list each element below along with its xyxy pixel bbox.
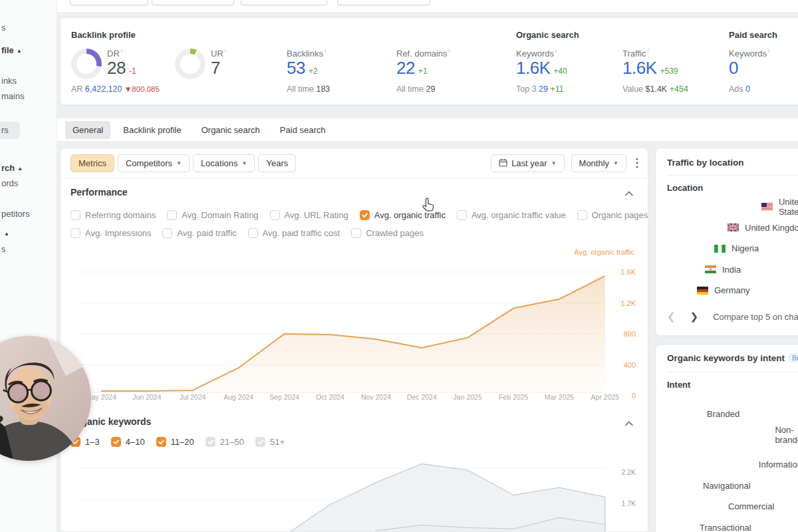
filter-monthly[interactable]: Monthly▼ — [571, 154, 626, 172]
sidebar-item[interactable]: ▲ — [0, 227, 57, 240]
ahrefs-dashboard: sfile▲inksmainsrsrch▲ordspetitors▲s Back… — [0, 0, 798, 532]
organic-keywords-area-chart[interactable]: 2.2K1.7K — [66, 451, 642, 531]
sidebar-item[interactable]: rch▲ — [0, 162, 57, 175]
location-row-gb[interactable]: United Kingdom — [656, 217, 798, 239]
checkbox-checked[interactable] — [360, 210, 370, 220]
organic-traffic-area-chart[interactable]: 1.6K1.2K8004000May 2024Jun 2024Jul 2024A… — [66, 245, 642, 406]
metric-toggle-avg-impressions[interactable]: Avg. Impressions — [70, 228, 151, 238]
checkbox-unchecked[interactable] — [70, 210, 80, 220]
info-icon[interactable]: i — [325, 47, 326, 54]
info-icon[interactable]: i — [555, 47, 557, 54]
filter-locations[interactable]: Locations▼ — [193, 154, 255, 172]
intent-row-navigational[interactable]: Navigational — [656, 475, 798, 497]
metric-toggle-avg-organic-traffic[interactable]: Avg. organic traffic — [360, 210, 446, 220]
metric-toggle-referring-domains[interactable]: Referring domains — [70, 210, 156, 220]
info-icon[interactable]: i — [449, 47, 450, 54]
intent-row-non-branded[interactable]: Non-branded — [656, 425, 798, 446]
sidebar-item[interactable]: mains — [0, 90, 57, 103]
filter-years[interactable]: Years — [258, 154, 296, 172]
metric-toggle-avg-organic-traffic-value[interactable]: Avg. organic traffic value — [457, 210, 566, 220]
checkbox-unchecked[interactable] — [167, 210, 177, 220]
metric-toggle-4-10[interactable]: 4–10 — [111, 437, 145, 447]
filter-metrics[interactable]: Metrics — [70, 154, 114, 172]
checkbox-unchecked[interactable] — [248, 228, 258, 238]
svg-text:1.7K: 1.7K — [621, 499, 636, 507]
filter-competitors[interactable]: Competitors▼ — [118, 154, 190, 172]
intent-column-header: Intent — [667, 380, 690, 390]
checkbox-checked[interactable] — [156, 437, 166, 447]
location-name: United Kingdom — [745, 223, 798, 233]
flag-icon-ng — [714, 245, 726, 253]
metric-toggle-crawled-pages[interactable]: Crawled pages — [351, 228, 424, 238]
svg-text:800: 800 — [624, 330, 636, 338]
checkbox-unchecked[interactable] — [457, 210, 467, 220]
sidebar-item[interactable]: rs — [0, 124, 57, 137]
info-icon[interactable]: i — [121, 47, 122, 54]
info-icon[interactable]: i — [647, 47, 648, 54]
metric-toggle-21-50[interactable]: 21–50 — [205, 437, 244, 447]
ur-label: URi — [211, 47, 226, 59]
organic-keywords-collapse-icon[interactable] — [624, 418, 634, 430]
checkbox-unchecked[interactable] — [577, 210, 587, 220]
info-icon[interactable]: i — [225, 47, 226, 54]
tab-general[interactable]: General — [65, 121, 110, 139]
metric-toggle-51-[interactable]: 51+ — [255, 437, 285, 447]
sidebar-item[interactable]: file▲ — [0, 44, 57, 57]
flag-icon-gb — [728, 223, 739, 231]
paid-keywords-value[interactable]: 0 — [729, 58, 738, 78]
svg-text:Sep 2024: Sep 2024 — [269, 393, 299, 401]
location-row-in[interactable]: India — [656, 259, 798, 281]
tab-backlink-profile[interactable]: Backlink profile — [116, 121, 188, 139]
metric-toggle-avg-url-rating[interactable]: Avg. URL Rating — [270, 210, 348, 220]
sidebar-item[interactable]: s — [0, 243, 57, 256]
performance-collapse-icon[interactable] — [624, 188, 634, 200]
checkbox-unchecked[interactable] — [162, 228, 172, 238]
checkbox-unchecked[interactable] — [351, 228, 361, 238]
location-name: United States — [779, 197, 798, 217]
sidebar-item[interactable]: inks — [0, 74, 57, 88]
checkbox-checked[interactable] — [205, 437, 215, 447]
organic-keywords-value[interactable]: 1.6K+40 — [516, 58, 567, 78]
metric-toggle-avg-domain-rating[interactable]: Avg. Domain Rating — [167, 210, 258, 220]
ur-value: 7 — [211, 58, 220, 78]
tab-organic-search[interactable]: Organic search — [194, 121, 267, 139]
intent-row-informational[interactable]: Informational — [656, 454, 798, 475]
metric-toggle-avg-paid-traffic[interactable]: Avg. paid traffic — [162, 228, 236, 238]
metric-toggle-avg-paid-traffic-cost[interactable]: Avg. paid traffic cost — [248, 228, 340, 238]
toolbar-dropdown-stub[interactable] — [241, 0, 327, 5]
tab-paid-search[interactable]: Paid search — [273, 121, 333, 139]
intent-row-branded[interactable]: Branded — [656, 404, 798, 425]
location-row-ng[interactable]: Nigeria — [656, 238, 798, 259]
ar-value-link[interactable]: 6,422,120 — [85, 84, 122, 94]
organic-traffic-value[interactable]: 1.6K+539 — [622, 58, 678, 78]
metric-toggle-organic-pages[interactable]: Organic pages — [577, 210, 648, 220]
checkbox-unchecked[interactable] — [270, 210, 280, 220]
info-icon[interactable]: i — [768, 47, 769, 54]
location-row-us[interactable]: United States — [656, 196, 798, 217]
sidebar-item[interactable]: ords — [0, 177, 57, 190]
checkbox-checked[interactable] — [255, 437, 265, 447]
ref-domains-value[interactable]: 22+1 — [396, 58, 428, 78]
organic-keywords-top3: Top 3 29 +11 — [516, 84, 564, 94]
page-next-icon[interactable]: ❯ — [690, 311, 699, 323]
filter-last-year[interactable]: Last year▼ — [491, 154, 564, 172]
kebab-menu-icon[interactable] — [632, 157, 642, 169]
checkbox-unchecked[interactable] — [70, 228, 80, 238]
traffic-by-location-title: Traffic by location — [667, 158, 744, 168]
flag-icon-in — [705, 265, 716, 273]
location-row-de[interactable]: Germany — [656, 280, 798, 301]
toolbar-dropdown-stub[interactable] — [337, 0, 430, 5]
svg-text:Feb 2025: Feb 2025 — [499, 393, 529, 401]
intent-row-transactional[interactable]: Transactional — [656, 517, 798, 532]
ref-domains-label: Ref. domainsi — [396, 47, 450, 59]
toolbar-dropdown-stub[interactable] — [152, 0, 234, 5]
backlinks-value[interactable]: 53+2 — [287, 58, 318, 78]
sidebar-item[interactable]: petitors — [0, 207, 57, 221]
checkbox-checked[interactable] — [111, 437, 121, 447]
metric-toggle-11-20[interactable]: 11–20 — [156, 437, 194, 447]
sidebar-item[interactable]: s — [0, 21, 57, 35]
page-prev-icon[interactable]: ❮ — [667, 311, 676, 323]
intent-row-commercial[interactable]: Commercial — [656, 496, 798, 517]
toolbar-dropdown-stub[interactable] — [70, 0, 148, 5]
compare-top5-link[interactable]: Compare top 5 on chart — [713, 312, 798, 322]
